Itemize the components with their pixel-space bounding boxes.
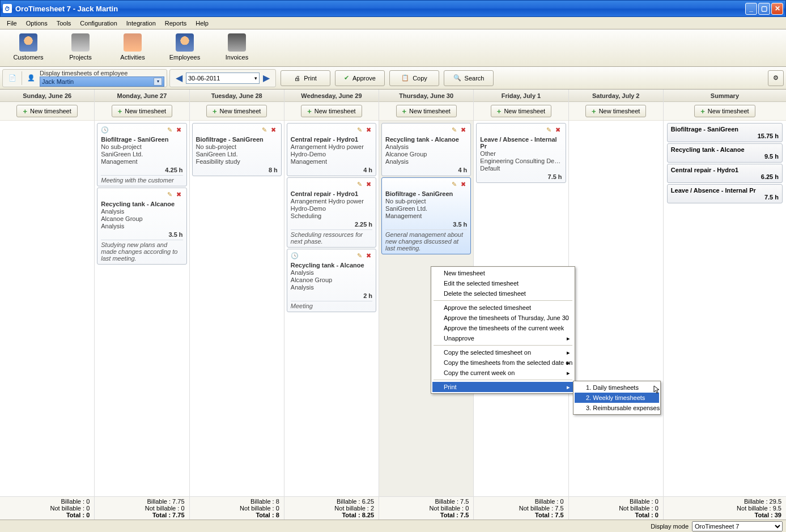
card-line: Alcanoe Group [101, 215, 182, 222]
edit-icon[interactable]: ✎ [355, 126, 363, 134]
settings-button[interactable]: ⚙ [768, 70, 784, 86]
menu-configuration[interactable]: Configuration [75, 18, 121, 28]
prev-week-button[interactable]: ◀ [172, 71, 186, 85]
new-timesheet-button[interactable]: +New timesheet [491, 105, 551, 117]
delete-icon[interactable]: ✖ [554, 126, 562, 134]
timesheet-card[interactable]: ✎✖Biofiltrage - SaniGreenNo sub-projectS… [192, 123, 282, 176]
summary-totals: Billable : 29.5Not billable : 9.5Total :… [664, 496, 786, 520]
card-hours: 3.5 h [385, 221, 467, 228]
context-submenu-item[interactable]: 2. Weekly timesheets [575, 393, 659, 403]
employee-dropdown[interactable]: Jack Martin ▾ [40, 76, 164, 87]
card-line: Arrangement Hydro power [291, 143, 372, 150]
delete-icon[interactable]: ✖ [364, 126, 372, 134]
context-submenu-item[interactable]: 1. Daily timesheets [575, 382, 659, 393]
delete-icon[interactable]: ✖ [364, 252, 372, 259]
maximize-button[interactable]: ▢ [758, 3, 770, 15]
new-timesheet-button[interactable]: +New timesheet [585, 105, 646, 117]
day-header: Saturday, July 2 [569, 90, 663, 102]
toolbar-invoices[interactable]: Invoices [211, 31, 263, 65]
employee-label: Display timesheets of employee [40, 70, 164, 76]
card-line: Analysis [101, 223, 182, 229]
new-timesheet-button[interactable]: +New timesheet [16, 105, 77, 117]
menu-reports[interactable]: Reports [160, 18, 192, 28]
context-menu-item[interactable]: Approve the timesheets of Thursday, June… [432, 313, 573, 323]
delete-icon[interactable]: ✖ [175, 126, 183, 134]
search-button[interactable]: 🔍Search [444, 70, 494, 86]
edit-icon[interactable]: ✎ [166, 190, 174, 198]
context-menu-item[interactable]: Approve the timesheets of the current we… [432, 323, 573, 333]
menu-file[interactable]: File [2, 18, 22, 28]
context-menu-item[interactable]: Edit the selected timesheet [432, 278, 573, 288]
context-menu-item[interactable]: Copy the timesheets from the selected da… [432, 357, 573, 368]
card-note: Meeting [291, 301, 372, 309]
summary-card[interactable]: Biofiltrage - SaniGreen15.75 h [667, 123, 783, 142]
context-submenu-item[interactable]: 3. Reimbursable expenses [575, 403, 659, 413]
delete-icon[interactable]: ✖ [459, 126, 467, 134]
delete-icon[interactable]: ✖ [270, 126, 278, 134]
close-button[interactable]: ✕ [771, 3, 783, 15]
context-menu-item[interactable]: Delete the selected timesheet [432, 288, 573, 299]
summary-hours: 7.5 h [671, 194, 779, 201]
edit-icon[interactable]: ✎ [355, 252, 363, 259]
context-menu-item[interactable]: Copy the current week on▸ [432, 368, 573, 378]
next-week-button[interactable]: ▶ [260, 71, 273, 85]
date-input[interactable]: 30-06-2011 ▾ [186, 73, 260, 84]
approve-button[interactable]: ✔Approve [335, 70, 385, 86]
menu-options[interactable]: Options [22, 18, 52, 28]
context-menu-item[interactable]: New timesheet [432, 268, 573, 278]
summary-card[interactable]: Recycling tank - Alcanoe9.5 h [667, 143, 783, 163]
toolbar-customers[interactable]: Customers [2, 31, 54, 65]
edit-icon[interactable]: ✎ [545, 126, 553, 134]
card-line: Alcanoe Group [291, 276, 372, 283]
delete-icon[interactable]: ✖ [364, 180, 372, 188]
new-timesheet-button[interactable]: +New timesheet [694, 105, 755, 117]
timesheet-card[interactable]: ✎✖Leave / Absence - Internal PrOtherEngi… [476, 123, 566, 183]
new-timesheet-button[interactable]: +New timesheet [206, 105, 267, 117]
timesheet-card[interactable]: ✎✖Central repair - Hydro1Arrangement Hyd… [287, 177, 376, 248]
delete-icon[interactable]: ✖ [175, 190, 183, 198]
new-timesheet-button[interactable]: +New timesheet [112, 105, 172, 117]
day-body: 🕓✎✖Biofiltrage - SaniGreenNo sub-project… [95, 121, 189, 496]
timesheet-card[interactable]: 🕓✎✖Biofiltrage - SaniGreenNo sub-project… [97, 123, 186, 186]
toolbar-employees[interactable]: Employees [159, 31, 211, 65]
summary-card[interactable]: Central repair - Hydro16.25 h [667, 164, 783, 183]
timesheet-card[interactable]: ✎✖Recycling tank - AlcanoeAnalysisAlcano… [381, 123, 471, 176]
context-menu-item[interactable]: Approve the selected timesheet [432, 303, 573, 313]
timesheet-card[interactable]: ✎✖Biofiltrage - SaniGreenNo sub-projectS… [381, 177, 471, 254]
new-timesheet-button[interactable]: +New timesheet [301, 105, 362, 117]
edit-icon[interactable]: ✎ [166, 126, 174, 134]
summary-card[interactable]: Leave / Absence - Internal Pr7.5 h [667, 184, 783, 203]
context-menu-item[interactable]: Copy the selected timesheet on▸ [432, 347, 573, 357]
menu-help[interactable]: Help [191, 18, 213, 28]
card-line: Feasibility study [196, 158, 278, 165]
minimize-button[interactable]: _ [745, 3, 757, 15]
toolbar-projects[interactable]: Projects [54, 31, 107, 65]
edit-icon[interactable]: ✎ [450, 126, 458, 134]
print-button[interactable]: 🖨Print [281, 70, 330, 86]
menu-integration[interactable]: Integration [122, 18, 160, 28]
day-totals: Billable : 0Not billable : 0Total : 0 [0, 496, 94, 520]
grid-view-button[interactable]: 📄 [5, 71, 20, 86]
day-body: ✎✖Biofiltrage - SaniGreenNo sub-projectS… [190, 121, 284, 496]
timesheet-card[interactable]: ✎✖Recycling tank - AlcanoeAnalysisAlcano… [97, 188, 186, 265]
context-menu-item[interactable]: Print▸ [432, 382, 573, 392]
context-menu-item[interactable]: Unapprove▸ [432, 333, 573, 343]
edit-icon[interactable]: ✎ [261, 126, 269, 134]
day-column: Monday, June 27+New timesheet🕓✎✖Biofiltr… [95, 90, 189, 520]
new-timesheet-button[interactable]: +New timesheet [396, 105, 457, 117]
window-title: OroTimesheet 7 - Jack Martin [15, 5, 118, 13]
employee-icon[interactable]: 👤 [24, 71, 39, 86]
delete-icon[interactable]: ✖ [459, 180, 467, 188]
clock-icon: 🕓 [291, 252, 299, 259]
projects-icon [71, 33, 90, 52]
timesheet-card[interactable]: ✎✖Central repair - Hydro1Arrangement Hyd… [287, 123, 376, 176]
menu-tools[interactable]: Tools [52, 18, 76, 28]
toolbar-activities[interactable]: Activities [107, 31, 159, 65]
day-header: Tuesday, June 28 [190, 90, 284, 102]
copy-button[interactable]: 📋Copy [389, 70, 439, 86]
edit-icon[interactable]: ✎ [355, 180, 363, 188]
card-title: Central repair - Hydro1 [291, 136, 372, 143]
display-mode-select[interactable]: OroTimesheet 7 [692, 521, 783, 531]
edit-icon[interactable]: ✎ [450, 180, 458, 188]
timesheet-card[interactable]: 🕓✎✖Recycling tank - AlcanoeAnalysisAlcan… [287, 249, 376, 312]
